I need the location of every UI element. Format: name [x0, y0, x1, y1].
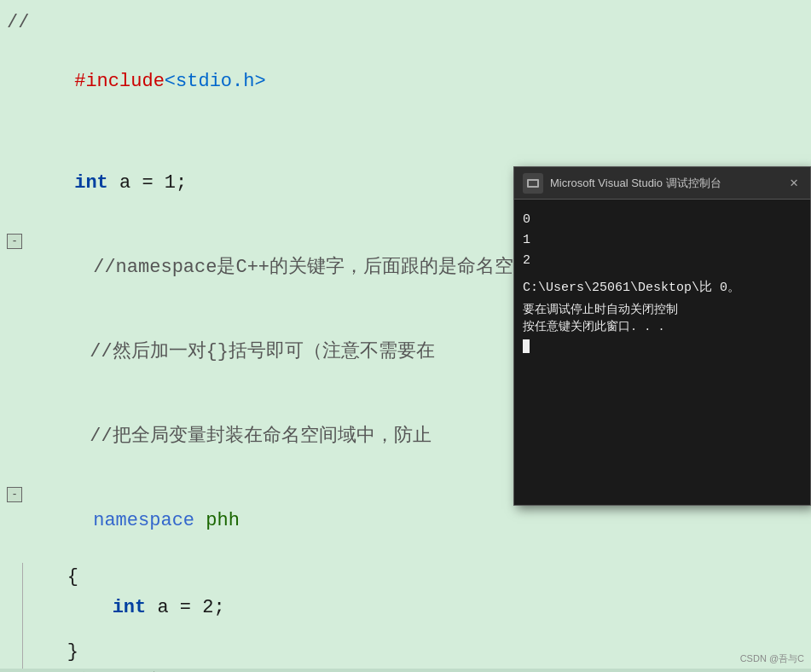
line-content-5: //namespace是C++的关键字，后面跟的是命名空间的名字: [26, 225, 588, 310]
terminal-msg2: 按任意键关闭此窗口. . .: [523, 319, 802, 336]
output-line-1: 1: [523, 230, 802, 251]
watermark: CSDN @吾与C: [740, 652, 804, 665]
line-content-2: #include<stdio.h>: [7, 39, 266, 124]
code-line-1: //: [0, 9, 811, 39]
line-content-4: int a = 1;: [7, 141, 187, 225]
code-line-13: - //::域作用限定符: [0, 669, 811, 672]
output-line-0: 0: [523, 210, 802, 230]
terminal-msg1: 要在调试停止时自动关闭控制: [523, 302, 802, 319]
line-content-9: {: [22, 563, 78, 591]
close-button[interactable]: ✕: [786, 177, 802, 190]
code-line-9: {: [0, 563, 811, 594]
fold-icon-8[interactable]: -: [7, 487, 22, 502]
terminal-icon: [523, 173, 543, 194]
code-line-12: }: [0, 638, 811, 669]
terminal-output: 0 1 2: [523, 210, 802, 271]
code-line-10: int a = 2;: [0, 594, 811, 624]
terminal-body: 0 1 2 C:\Users\25061\Desktop\比 0。 要在调试停止…: [514, 200, 810, 505]
line-content-7: //把全局变量封装在命名空间域中，防止: [22, 394, 432, 478]
line-content-1: //: [7, 9, 29, 37]
terminal-icon-inner: [527, 179, 539, 188]
terminal-cursor: [523, 339, 530, 353]
code-line-3: [0, 124, 811, 141]
line-content-12: }: [22, 638, 78, 666]
terminal-title: Microsoft Visual Studio 调试控制台: [550, 176, 786, 191]
terminal-titlebar: Microsoft Visual Studio 调试控制台 ✕: [514, 167, 810, 200]
line-content-13: //::域作用限定符: [26, 669, 183, 672]
code-line-2: #include<stdio.h>: [0, 39, 811, 124]
terminal-window: Microsoft Visual Studio 调试控制台 ✕ 0 1 2 C:…: [513, 166, 811, 506]
line-content-8: namespace phh: [26, 478, 240, 563]
line-content-6: //然后加一对{}括号即可（注意不需要在: [22, 310, 435, 394]
code-line-11: [0, 624, 811, 638]
terminal-path: C:\Users\25061\Desktop\比 0。: [523, 278, 802, 298]
line-content-10: int a = 2;: [22, 594, 225, 622]
fold-icon-5[interactable]: -: [7, 234, 22, 249]
output-line-2: 2: [523, 251, 802, 271]
